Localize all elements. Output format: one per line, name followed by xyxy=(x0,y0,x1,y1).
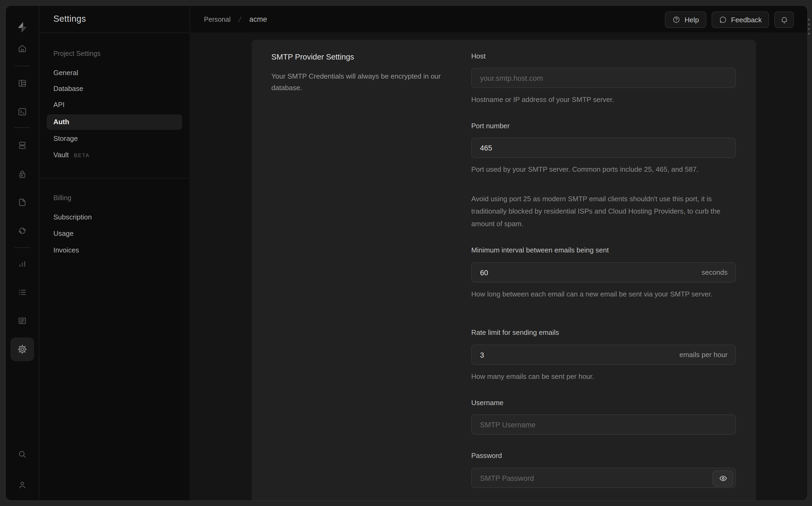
rail-item-profile[interactable] xyxy=(14,477,30,493)
host-help-text: Hostname or IP address of your SMTP serv… xyxy=(471,94,733,106)
rail-item-logs[interactable] xyxy=(14,284,30,301)
sidebar-item-invoices[interactable]: Invoices xyxy=(47,243,182,258)
help-circle-icon xyxy=(672,15,680,24)
storage-icon xyxy=(17,197,28,208)
password-input[interactable] xyxy=(471,468,736,488)
rail-item-realtime[interactable] xyxy=(14,223,30,239)
rail-item-database[interactable] xyxy=(14,137,30,154)
sidebar-section-project-settings: Project Settings xyxy=(54,50,101,58)
lock-icon xyxy=(17,169,28,180)
feedback-button-label: Feedback xyxy=(731,16,762,24)
page-title: Settings xyxy=(54,6,86,32)
sidebar-section-billing: Billing xyxy=(54,194,71,202)
table-editor-icon xyxy=(17,78,28,89)
port-label: Port number xyxy=(471,122,510,131)
sql-editor-icon xyxy=(17,106,28,117)
username-input[interactable] xyxy=(471,415,736,435)
card-title: SMTP Provider Settings xyxy=(272,52,462,61)
gear-icon xyxy=(17,344,28,355)
rate-help-text: How many emails can be sent per hour. xyxy=(471,370,733,383)
sidebar-item-storage[interactable]: Storage xyxy=(47,131,182,147)
interval-input[interactable] xyxy=(471,262,736,282)
breadcrumb-separator: / xyxy=(238,15,242,24)
breadcrumb-project[interactable]: acme xyxy=(249,15,267,23)
host-input-wrap xyxy=(471,68,736,88)
user-icon xyxy=(17,480,28,490)
rail-divider xyxy=(14,247,30,248)
sidebar-item-api[interactable]: API xyxy=(47,97,182,113)
rail-item-table-editor[interactable] xyxy=(14,75,30,92)
rail-item-auth[interactable] xyxy=(14,166,30,183)
speech-bubble-icon xyxy=(719,15,727,24)
rate-input[interactable] xyxy=(471,344,736,365)
host-label: Host xyxy=(471,52,486,61)
icon-rail xyxy=(6,6,39,500)
feedback-button[interactable]: Feedback xyxy=(711,11,769,28)
realtime-icon xyxy=(17,226,28,236)
sidebar-item-subscription[interactable]: Subscription xyxy=(47,209,182,225)
rail-divider xyxy=(14,66,30,66)
supabase-bolt-icon xyxy=(16,21,28,33)
settings-sidebar: Settings Project Settings General Databa… xyxy=(39,6,190,500)
breadcrumb: Personal / acme xyxy=(204,6,267,32)
port-input-wrap xyxy=(471,138,736,158)
rail-item-storage[interactable] xyxy=(14,194,30,210)
password-label: Password xyxy=(471,452,502,460)
document-icon xyxy=(17,316,28,326)
home-icon xyxy=(17,44,28,54)
card-intro: SMTP Provider Settings Your SMTP Credent… xyxy=(272,52,462,94)
sidebar-divider xyxy=(39,178,190,178)
port-help-text: Port used by your SMTP server. Common po… xyxy=(471,163,733,176)
password-input-wrap xyxy=(471,468,736,488)
sidebar-header: Settings xyxy=(39,6,190,33)
top-bar: Personal / acme Help xyxy=(190,6,807,33)
username-input-wrap xyxy=(471,415,736,435)
interval-input-wrap: seconds xyxy=(471,262,736,282)
bar-chart-icon xyxy=(17,259,28,269)
sidebar-item-auth[interactable]: Auth xyxy=(47,114,182,130)
sidebar-item-label: Vault xyxy=(54,151,69,159)
rail-divider xyxy=(14,127,30,128)
interval-label: Minimum interval between emails being se… xyxy=(471,246,609,255)
reveal-password-button[interactable] xyxy=(713,470,733,486)
smtp-settings-card: SMTP Provider Settings Your SMTP Credent… xyxy=(251,40,756,500)
sidebar-item-vault[interactable]: VaultBETA xyxy=(47,148,182,163)
breadcrumb-org[interactable]: Personal xyxy=(204,15,231,23)
notifications-button[interactable] xyxy=(774,11,794,28)
logs-list-icon xyxy=(17,287,28,298)
help-button[interactable]: Help xyxy=(665,11,706,28)
eye-icon xyxy=(719,474,727,483)
rail-item-settings[interactable] xyxy=(10,337,34,361)
host-input[interactable] xyxy=(471,68,736,88)
rail-item-reports[interactable] xyxy=(14,256,30,272)
interval-help-text: How long between each email can a new em… xyxy=(471,288,733,301)
search-icon xyxy=(17,449,28,459)
bell-icon xyxy=(780,15,788,24)
sidebar-item-database[interactable]: Database xyxy=(47,81,182,97)
rail-item-search[interactable] xyxy=(14,446,30,462)
port-input[interactable] xyxy=(471,138,736,158)
help-button-label: Help xyxy=(684,16,699,24)
username-label: Username xyxy=(471,399,504,407)
sidebar-item-usage[interactable]: Usage xyxy=(47,226,182,242)
sidebar-item-general[interactable]: General xyxy=(47,65,182,81)
rail-item-sql-editor[interactable] xyxy=(14,103,30,120)
rate-label: Rate limit for sending emails xyxy=(471,329,559,337)
window-scrollbar[interactable] xyxy=(808,18,810,37)
supabase-logo-icon[interactable] xyxy=(14,19,30,36)
topbar-actions: Help Feedback xyxy=(665,11,794,27)
screen: Settings Project Settings General Databa… xyxy=(0,0,812,506)
rail-item-home[interactable] xyxy=(14,40,30,57)
app-window: Settings Project Settings General Databa… xyxy=(6,6,807,500)
card-description: Your SMTP Credentials will always be enc… xyxy=(272,71,462,94)
database-icon xyxy=(17,140,28,151)
rail-item-docs[interactable] xyxy=(14,313,30,329)
port-note-text: Avoid using port 25 as modern SMTP email… xyxy=(471,193,733,230)
beta-badge: BETA xyxy=(74,153,89,158)
rate-input-wrap: emails per hour xyxy=(471,344,736,365)
main-content: SMTP Provider Settings Your SMTP Credent… xyxy=(190,32,807,500)
